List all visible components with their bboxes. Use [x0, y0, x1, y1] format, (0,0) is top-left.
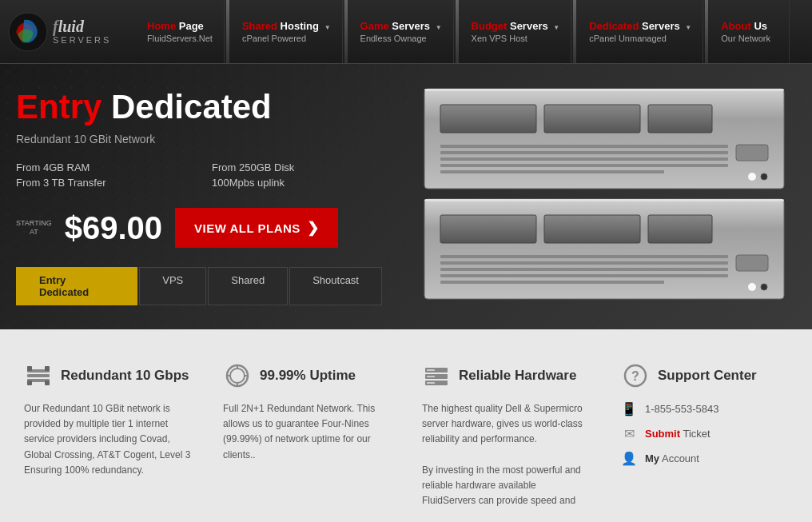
hero-feature-disk: From 250GB Disk — [212, 161, 384, 173]
hero-section: Entry Dedicated Redundant 10 GBit Networ… — [0, 64, 812, 329]
nav-game[interactable]: Game Servers ▼ Endless Ownage — [349, 0, 454, 63]
logo[interactable]: fluid servers — [8, 12, 120, 52]
hero-features: From 4GB RAM From 250GB Disk From 3 TB T… — [16, 161, 384, 189]
hero-pricing: STARTING AT $69.00 View All Plans ❯ — [16, 208, 384, 248]
svg-rect-11 — [440, 164, 728, 167]
svg-point-35 — [230, 369, 245, 383]
nav-home-label: Home Page — [147, 20, 213, 32]
feature-hardware-title: Reliable Hardware — [459, 368, 576, 384]
support-icon: ? — [621, 361, 650, 390]
svg-text:?: ? — [631, 369, 639, 383]
feature-network-title: Redundant 10 Gbps — [61, 368, 189, 384]
nav-divider-3 — [456, 0, 459, 63]
svg-rect-24 — [440, 274, 728, 277]
support-account-label: My Account — [645, 452, 699, 464]
feature-uptime-title: 99.99% Uptime — [260, 368, 356, 384]
user-icon: 👤 — [621, 451, 637, 466]
tab-shared[interactable]: Shared — [208, 267, 288, 305]
logo-icon — [8, 12, 48, 52]
hero-tabs: Entry Dedicated VPS Shared Shoutcast — [16, 267, 384, 305]
svg-rect-8 — [440, 145, 728, 148]
starting-at-label: STARTING AT — [16, 219, 52, 237]
tab-vps[interactable]: VPS — [139, 267, 206, 305]
feature-uptime-heading: 99.99% Uptime — [223, 361, 390, 390]
nav-about[interactable]: About Us Our Network — [710, 0, 790, 63]
svg-rect-33 — [45, 381, 50, 385]
feature-network-heading: Redundant 10 Gbps — [24, 361, 191, 390]
nav-divider-1 — [226, 0, 229, 63]
nav-game-label: Game Servers ▼ — [360, 20, 442, 32]
svg-rect-26 — [736, 255, 768, 271]
svg-point-7 — [761, 173, 767, 180]
nav-divider-2 — [344, 0, 348, 63]
tab-entry-dedicated[interactable]: Entry Dedicated — [16, 267, 137, 305]
svg-rect-21 — [440, 255, 728, 258]
hero-feature-ram: From 4GB RAM — [16, 161, 188, 173]
svg-point-20 — [761, 284, 767, 290]
nav-budget[interactable]: Budget Servers ▼ Xen VPS Host — [460, 0, 572, 63]
svg-rect-18 — [648, 215, 712, 243]
tab-shoutcast[interactable]: Shoutcast — [289, 267, 382, 305]
features-section: Redundant 10 Gbps Our Redundant 10 GBit … — [0, 329, 812, 522]
feature-network: Redundant 10 Gbps Our Redundant 10 GBit … — [16, 361, 199, 508]
svg-rect-22 — [440, 261, 728, 265]
hero-feature-transfer: From 3 TB Transfer — [16, 177, 188, 189]
view-plans-button[interactable]: View All Plans ❯ — [175, 208, 338, 248]
nav-items: Home Page FluidServers.Net Shared Hostin… — [136, 0, 804, 63]
nav-dedicated-label: Dedicated Servers ▼ — [589, 20, 691, 32]
envelope-icon: ✉ — [621, 426, 637, 441]
hero-content: Entry Dedicated Redundant 10 GBit Networ… — [0, 64, 400, 329]
support-phone-number: 1-855-553-5843 — [645, 403, 719, 415]
server-svg — [400, 81, 800, 313]
svg-rect-45 — [427, 382, 435, 384]
hardware-icon — [422, 361, 451, 390]
nav-home[interactable]: Home Page FluidServers.Net — [136, 0, 225, 63]
svg-rect-23 — [440, 268, 728, 271]
server-image — [388, 64, 812, 329]
svg-rect-25 — [440, 281, 664, 284]
svg-rect-13 — [736, 145, 768, 161]
svg-rect-12 — [440, 170, 664, 173]
nav-divider-5 — [705, 0, 708, 63]
feature-uptime: 99.99% Uptime Full 2N+1 Redundant Networ… — [215, 361, 398, 508]
svg-rect-16 — [440, 215, 536, 243]
svg-rect-2 — [424, 89, 784, 91]
svg-rect-17 — [544, 215, 640, 243]
nav-budget-label: Budget Servers ▼ — [472, 20, 560, 32]
feature-uptime-text: Full 2N+1 Redundant Network. This allows… — [223, 401, 390, 463]
hero-title: Entry Dedicated — [16, 88, 384, 126]
svg-rect-15 — [424, 199, 784, 201]
nav-shared-label: Shared Hosting ▼ — [242, 20, 331, 32]
nav-budget-sub: Xen VPS Host — [472, 34, 560, 43]
svg-rect-1 — [424, 89, 784, 189]
svg-rect-5 — [648, 105, 712, 133]
feature-hardware-heading: Reliable Hardware — [422, 361, 589, 390]
nav-shared[interactable]: Shared Hosting ▼ cPanel Powered — [231, 0, 343, 63]
hero-price: $69.00 — [65, 210, 162, 246]
nav-dedicated[interactable]: Dedicated Servers ▼ cPanel Unmanaged — [578, 0, 703, 63]
nav-divider-4 — [573, 0, 576, 63]
logo-text: fluid servers — [53, 18, 111, 45]
nav-home-sub: FluidServers.Net — [147, 34, 213, 43]
feature-support: ? Support Center 📱 1-855-553-5843 ✉ Subm… — [613, 361, 796, 508]
feature-support-title: Support Center — [658, 368, 757, 384]
view-plans-label: View All Plans — [194, 221, 301, 235]
nav-about-sub: Our Network — [721, 34, 778, 43]
svg-rect-32 — [27, 381, 32, 385]
svg-rect-9 — [440, 151, 728, 154]
svg-point-6 — [748, 173, 756, 181]
svg-rect-3 — [440, 105, 536, 133]
main-nav: fluid servers Home Page FluidServers.Net… — [0, 0, 812, 64]
svg-rect-31 — [45, 366, 50, 371]
nav-dedicated-sub: cPanel Unmanaged — [589, 34, 691, 43]
uptime-icon — [223, 361, 252, 390]
hero-feature-uplink: 100Mpbs uplink — [212, 177, 384, 189]
support-account[interactable]: 👤 My Account — [621, 451, 788, 466]
svg-rect-14 — [424, 199, 784, 299]
support-ticket[interactable]: ✉ Submit Ticket — [621, 426, 788, 441]
support-phone: 📱 1-855-553-5843 — [621, 401, 788, 416]
hero-subtitle: Redundant 10 GBit Network — [16, 133, 384, 145]
svg-rect-10 — [440, 157, 728, 161]
support-ticket-label: Submit Ticket — [645, 428, 710, 440]
phone-icon: 📱 — [621, 401, 637, 416]
